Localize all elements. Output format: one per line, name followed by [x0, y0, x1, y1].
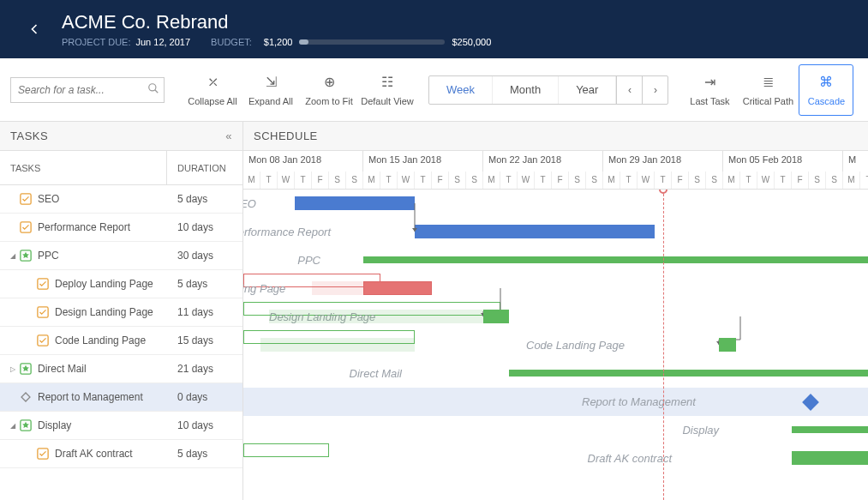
task-name: Code Landing Page	[55, 334, 146, 346]
task-row[interactable]: Deploy Landing Page5 days	[0, 270, 242, 298]
gantt-task-label: Display	[633, 416, 719, 444]
task-duration: 10 days	[167, 221, 242, 233]
task-duration: 30 days	[167, 250, 242, 262]
last-task-icon: ⇥	[704, 74, 715, 91]
range-prev[interactable]: ‹	[616, 76, 642, 104]
day-header: F	[552, 172, 569, 189]
gantt-bar[interactable]	[363, 256, 868, 263]
task-duration: 0 days	[167, 391, 242, 403]
default-view-button[interactable]: ☷Default View	[360, 64, 415, 116]
toolbar: ⤫Collapse All ⇲Expand All ⊕Zoom to Fit ☷…	[0, 58, 868, 122]
day-header: W	[398, 172, 415, 189]
zoom-icon: ⊕	[324, 74, 335, 91]
task-row[interactable]: Report to Management0 days	[0, 383, 242, 412]
expand-all-button[interactable]: ⇲Expand All	[243, 64, 298, 116]
task-row[interactable]: Code Landing Page15 days	[0, 327, 242, 355]
expander-icon[interactable]: ◢	[10, 252, 17, 260]
day-header: T	[655, 172, 672, 189]
timeline-header: Mon 08 Jan 2018Mon 15 Jan 2018Mon 22 Jan…	[243, 151, 868, 190]
task-name: SEO	[38, 193, 59, 205]
expand-icon: ⇲	[266, 74, 277, 91]
gantt-bar[interactable]	[363, 281, 432, 295]
gantt-bar[interactable]	[719, 338, 736, 352]
day-header: T	[620, 172, 638, 189]
gantt-row: Code Landing Page	[243, 331, 868, 359]
gantt-bar[interactable]	[509, 370, 868, 377]
gantt-bar[interactable]	[792, 451, 868, 465]
task-duration: 5 days	[167, 278, 242, 290]
gantt-row: Draft AK contract	[243, 444, 868, 473]
gantt-task-label: SEO	[243, 190, 256, 218]
task-duration: 5 days	[167, 448, 242, 460]
schedule-panel: SCHEDULE Mon 08 Jan 2018Mon 15 Jan 2018M…	[243, 122, 868, 500]
tasks-header: TASKS «	[0, 122, 242, 151]
expander-icon[interactable]: ▷	[10, 365, 17, 373]
range-next[interactable]: ›	[642, 76, 667, 104]
day-header: S	[706, 172, 723, 189]
gantt-bar[interactable]	[415, 225, 655, 238]
range-week[interactable]: Week	[429, 76, 493, 104]
gantt-chart[interactable]: SEOPerformance ReportPPCDeploy Landing P…	[243, 190, 868, 500]
day-header: S	[466, 172, 483, 189]
task-name: PPC	[38, 250, 59, 262]
gantt-row: Display	[243, 416, 868, 444]
gantt-task-label: Report to Management	[582, 388, 667, 416]
task-duration: 15 days	[167, 334, 242, 346]
cascade-button[interactable]: ⌘Cascade	[799, 64, 853, 116]
gantt-bar[interactable]	[295, 196, 415, 210]
task-row[interactable]: Design Landing Page11 days	[0, 298, 242, 327]
gantt-task-label: Code Landing Page	[526, 331, 612, 359]
range-year[interactable]: Year	[559, 76, 616, 104]
gantt-bar[interactable]	[483, 310, 509, 323]
search-input[interactable]	[10, 77, 165, 103]
today-indicator	[663, 190, 664, 500]
day-header: S	[329, 172, 346, 189]
task-name: Display	[38, 419, 71, 431]
day-header: W	[518, 172, 535, 189]
week-header: Mon 15 Jan 2018	[363, 151, 483, 172]
check-icon	[20, 193, 32, 205]
day-header: M	[723, 172, 740, 189]
collapse-all-button[interactable]: ⤫Collapse All	[185, 64, 240, 116]
check-icon	[37, 306, 49, 318]
milestone-marker[interactable]	[802, 394, 819, 411]
task-row[interactable]: Performance Report10 days	[0, 214, 242, 242]
critical-path-button[interactable]: ≣Critical Path	[740, 64, 795, 116]
collapse-icon: ⤫	[207, 74, 218, 91]
task-row[interactable]: SEO5 days	[0, 185, 242, 214]
day-header: S	[346, 172, 363, 189]
task-name: Report to Management	[38, 391, 143, 403]
week-header: Mon 22 Jan 2018	[483, 151, 603, 172]
check-icon	[37, 334, 49, 346]
column-duration[interactable]: DURATION	[167, 151, 242, 184]
day-header: M	[483, 172, 500, 189]
day-header: T	[740, 172, 757, 189]
day-header: T	[775, 172, 792, 189]
day-header: T	[380, 172, 398, 189]
gantt-task-label: PPC	[243, 246, 320, 274]
check-icon	[20, 221, 32, 233]
task-row[interactable]: Draft AK contract5 days	[0, 440, 242, 468]
panel-collapse-button[interactable]: «	[225, 130, 232, 142]
zoom-fit-button[interactable]: ⊕Zoom to Fit	[302, 64, 356, 116]
task-row[interactable]: ◢PPC30 days	[0, 242, 242, 270]
budget-progress	[299, 39, 445, 45]
range-month[interactable]: Month	[493, 76, 559, 104]
day-header: W	[278, 172, 295, 189]
cascade-icon: ⌘	[819, 74, 833, 91]
day-header: T	[415, 172, 432, 189]
task-row[interactable]: ◢Display10 days	[0, 412, 242, 440]
gantt-row: Performance Report	[243, 218, 868, 246]
star-icon	[20, 363, 32, 375]
back-button[interactable]	[14, 9, 55, 50]
last-task-button[interactable]: ⇥Last Task	[682, 64, 737, 116]
day-header: F	[432, 172, 449, 189]
expander-icon[interactable]: ◢	[10, 422, 17, 430]
gantt-bar[interactable]	[792, 426, 868, 433]
search-icon[interactable]	[147, 82, 159, 97]
task-row[interactable]: ▷Direct Mail21 days	[0, 355, 242, 383]
week-header: M	[843, 151, 868, 172]
critical-path-icon: ≣	[763, 74, 774, 91]
gantt-row: SEO	[243, 190, 868, 218]
column-tasks[interactable]: TASKS	[0, 151, 167, 184]
